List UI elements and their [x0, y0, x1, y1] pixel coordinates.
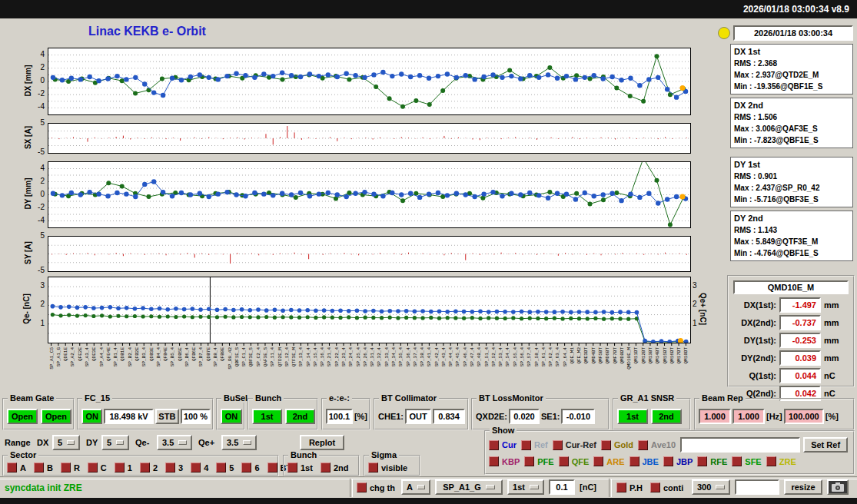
svg-text:QBF1E_S: QBF1E_S [234, 347, 240, 367]
check-label: Gold [614, 440, 633, 449]
bpm-dropdown[interactable]: SP_A1_G [435, 479, 503, 495]
check-label: 1st [301, 463, 313, 472]
checkbox[interactable] [34, 463, 44, 472]
check-item-c: C [88, 463, 107, 472]
stats-title: DX 1st [734, 46, 849, 58]
svg-text:QME3BT: QME3BT [583, 347, 589, 364]
check-item-b: B [34, 463, 53, 472]
stats-dx-1st: DX 1st RMS : 2.368 Max : 2.937@QTD2E_M M… [730, 44, 853, 94]
busel-on-button[interactable]: ON [221, 409, 242, 424]
svg-text:QM11BT: QM11BT [633, 347, 639, 364]
y-tick-label: -5 [26, 266, 45, 274]
range-qem-dropdown[interactable]: 3.5 [157, 435, 192, 450]
checkbox[interactable] [638, 440, 648, 450]
fc15-percent-value: 100 % [181, 409, 211, 424]
checkbox[interactable] [287, 463, 297, 472]
svg-text:SP_56_4: SP_56_4 [520, 347, 525, 367]
svg-text:SP_44_4: SP_44_4 [448, 347, 453, 367]
set-ref-button[interactable]: Set Ref [803, 437, 848, 453]
beam-gate-open-1-button[interactable]: Open [7, 409, 38, 424]
check-item-4: 4 [191, 463, 208, 472]
checkbox[interactable] [697, 456, 707, 466]
bunch-1st-button[interactable]: 1st [252, 409, 282, 424]
check-label: ZRE [779, 457, 796, 466]
checkbox[interactable] [489, 440, 499, 450]
screenshot-button[interactable] [827, 479, 849, 495]
range-label: Range [5, 438, 31, 447]
y-tick-label: -5 [26, 148, 45, 156]
interval-entry[interactable] [735, 479, 779, 495]
beam-gate-open-2-button[interactable]: Open [41, 409, 71, 424]
sector-dropdown[interactable]: A [401, 479, 430, 495]
range-dy-label: DY [86, 438, 98, 447]
svg-text:QDB1E: QDB1E [120, 347, 125, 361]
checkbox[interactable] [88, 463, 98, 472]
y-tick-label: 4 [26, 50, 45, 58]
menu-indicator-icon [530, 485, 539, 489]
checkbox[interactable] [593, 456, 603, 466]
bunch-dropdown[interactable]: 1st [507, 479, 544, 495]
range-qep-dropdown[interactable]: 3.5 [221, 435, 257, 450]
checkbox[interactable] [61, 463, 71, 472]
gr-a1-1st-button[interactable]: 1st [617, 409, 648, 424]
y-tick-label: 4 [26, 164, 45, 172]
checkbox[interactable] [7, 463, 17, 472]
monitor-unit: mm [824, 300, 839, 310]
ph-checkbox[interactable] [616, 482, 626, 492]
checkbox[interactable] [140, 463, 150, 472]
fc15-on-button[interactable]: ON [81, 409, 102, 424]
conti-checkbox[interactable] [650, 482, 660, 492]
monitor-row: Q(1st): 0.044 nC [732, 368, 852, 383]
checkbox[interactable] [267, 463, 277, 472]
svg-text:QDE_M1: QDE_M1 [570, 347, 575, 364]
monitor-unit: mm [824, 318, 839, 327]
checkbox[interactable] [663, 456, 673, 466]
ee-ratio-value: 100.1 [326, 409, 353, 424]
conti-label: conti [663, 483, 683, 492]
checkbox[interactable] [165, 463, 175, 472]
check-label: C [101, 463, 107, 472]
check-label: KBP [502, 457, 520, 466]
checkbox[interactable] [521, 440, 531, 450]
range-dy-dropdown[interactable]: 5 [101, 435, 129, 450]
stats-title: DY 1st [734, 159, 849, 171]
checkbox[interactable] [115, 463, 125, 472]
fc15-stb-button[interactable]: STB [155, 409, 179, 424]
resize-button[interactable]: resize [784, 479, 822, 495]
checkbox[interactable] [553, 440, 563, 450]
checkbox[interactable] [368, 463, 378, 472]
x-axis-labels: SP_A1_C5SP_A1_GQDE1ESP_A2_4QFE2ESP_A3_4Q… [48, 343, 689, 394]
svg-text:SP_45_4: SP_45_4 [455, 347, 460, 367]
checkbox[interactable] [524, 456, 534, 466]
gr-a1-2nd-button[interactable]: 2nd [651, 409, 682, 424]
checkbox[interactable] [732, 456, 742, 466]
check-label: 2nd [334, 463, 349, 472]
interval-dropdown[interactable]: 300 [692, 479, 730, 495]
checkbox[interactable] [321, 463, 331, 472]
checkbox[interactable] [489, 456, 499, 466]
range-row: Range DX 5 DY 5 Qe- 3.5 Qe+ 3.5 Replot [0, 435, 483, 452]
replot-button[interactable]: Replot [300, 435, 344, 450]
group-label: BT Collimator [379, 393, 439, 403]
svg-text:SP_57_4: SP_57_4 [526, 347, 532, 367]
app-window: 2026/01/18 03:00:34 v8.9 Linac KEKB e- O… [0, 0, 857, 504]
chg-th-checkbox[interactable] [357, 482, 367, 492]
stats-title: DX 2nd [734, 100, 849, 111]
bunch-2nd-button[interactable]: 2nd [285, 409, 315, 424]
range-dx-dropdown[interactable]: 5 [52, 435, 80, 450]
monitor-label: Q(1st): [732, 371, 776, 380]
checkbox[interactable] [601, 440, 611, 450]
checkbox[interactable] [191, 463, 201, 472]
checkbox[interactable] [629, 456, 639, 466]
svg-text:SP_41_4: SP_41_4 [427, 347, 432, 367]
checkbox[interactable] [559, 456, 569, 466]
che1-status: OUT [405, 409, 431, 424]
monitor-row: DY(2nd): 0.039 mm [732, 350, 852, 366]
checkbox[interactable] [241, 463, 251, 472]
ref-name-input[interactable] [680, 437, 800, 453]
bottom-strip [0, 498, 857, 504]
checkbox[interactable] [216, 463, 226, 472]
checkbox[interactable] [766, 456, 776, 466]
busel-group: BuSel ON [216, 398, 245, 430]
qxd2e-value: 0.020 [509, 409, 540, 424]
